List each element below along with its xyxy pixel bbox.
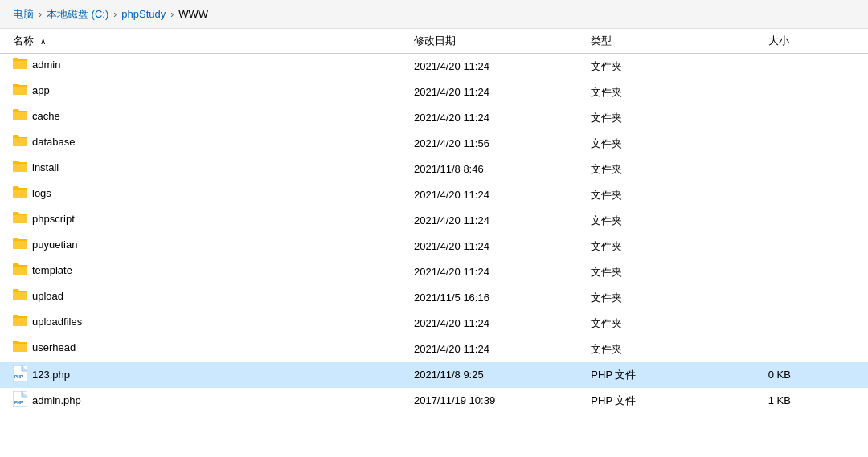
folder-icon <box>13 134 27 149</box>
sep-2: › <box>113 9 117 20</box>
file-size <box>762 80 868 105</box>
folder-icon <box>13 57 27 72</box>
file-size <box>762 182 868 208</box>
file-date: 2017/11/19 10:39 <box>407 388 584 414</box>
breadcrumb-cdrive[interactable]: 本地磁盘 (C:) <box>47 7 108 22</box>
file-date: 2021/4/20 11:24 <box>407 54 584 80</box>
col-header-name[interactable]: 名称 ∧ <box>0 29 407 54</box>
file-size <box>762 337 868 362</box>
file-name-cell: admin <box>0 54 370 75</box>
file-name-cell: database <box>0 131 370 153</box>
file-type: PHP 文件 <box>584 362 761 388</box>
file-name-cell: install <box>0 157 370 178</box>
table-row[interactable]: admin2021/4/20 11:24文件夹 <box>0 54 868 80</box>
sep-3: › <box>170 9 174 20</box>
file-name-label: template <box>32 264 72 276</box>
breadcrumb-www: WWW <box>178 8 208 20</box>
file-name-cell: logs <box>0 182 370 204</box>
file-name-cell: uploadfiles <box>0 311 370 333</box>
file-name-label: install <box>32 161 59 173</box>
folder-icon <box>13 211 27 226</box>
folder-icon <box>13 288 27 304</box>
file-type: PHP 文件 <box>584 388 761 414</box>
file-date: 2021/4/20 11:24 <box>407 311 584 337</box>
table-header-row: 名称 ∧ 修改日期 类型 大小 <box>0 29 868 54</box>
file-type: 文件夹 <box>584 234 761 259</box>
file-size <box>762 285 868 311</box>
file-name-label: logs <box>32 187 51 199</box>
file-name-label: uploadfiles <box>32 316 82 328</box>
breadcrumb-phpstudy[interactable]: phpStudy <box>121 8 166 20</box>
file-type: 文件夹 <box>584 259 761 285</box>
svg-text:PHP: PHP <box>14 400 23 405</box>
breadcrumb: 电脑 › 本地磁盘 (C:) › phpStudy › WWW <box>0 0 868 29</box>
table-row[interactable]: upload2021/11/5 16:16文件夹 <box>0 285 868 311</box>
file-date: 2021/4/20 11:24 <box>407 182 584 208</box>
file-name-cell: cache <box>0 105 370 127</box>
table-row[interactable]: database2021/4/20 11:56文件夹 <box>0 131 868 157</box>
file-name-label: phpscript <box>32 213 75 225</box>
php-file-icon: PHP <box>13 391 27 410</box>
file-type: 文件夹 <box>584 182 761 208</box>
breadcrumb-computer[interactable]: 电脑 <box>13 7 34 22</box>
file-type: 文件夹 <box>584 311 761 337</box>
file-size: 0 KB <box>762 362 868 388</box>
folder-icon <box>13 237 27 252</box>
file-date: 2021/11/8 9:25 <box>407 362 584 388</box>
col-header-size[interactable]: 大小 <box>762 29 868 54</box>
file-name-cell: PHP admin.php <box>0 388 370 413</box>
file-size <box>762 54 868 80</box>
file-name-cell: template <box>0 259 370 281</box>
file-type: 文件夹 <box>584 208 761 234</box>
file-type: 文件夹 <box>584 54 761 80</box>
col-header-date[interactable]: 修改日期 <box>407 29 584 54</box>
table-row[interactable]: uploadfiles2021/4/20 11:24文件夹 <box>0 311 868 337</box>
file-type: 文件夹 <box>584 131 761 157</box>
table-row[interactable]: cache2021/4/20 11:24文件夹 <box>0 105 868 131</box>
file-name-cell: PHP 123.php <box>0 362 370 387</box>
svg-rect-6 <box>13 391 27 407</box>
folder-icon <box>13 108 27 124</box>
sep-1: › <box>39 9 42 20</box>
file-size <box>762 157 868 182</box>
file-name-cell: app <box>0 80 370 101</box>
file-name-label: cache <box>32 110 60 122</box>
file-size: 1 KB <box>762 388 868 414</box>
table-row[interactable]: phpscript2021/4/20 11:24文件夹 <box>0 208 868 234</box>
file-type: 文件夹 <box>584 105 761 131</box>
file-size <box>762 234 868 259</box>
file-size <box>762 259 868 285</box>
file-type: 文件夹 <box>584 337 761 362</box>
file-date: 2021/11/5 16:16 <box>407 285 584 311</box>
file-list-container: 名称 ∧ 修改日期 类型 大小 admin2021/4/20 11:24文件夹 … <box>0 29 868 457</box>
file-name-label: admin.php <box>32 394 81 406</box>
table-row[interactable]: logs2021/4/20 11:24文件夹 <box>0 182 868 208</box>
table-row[interactable]: puyuetian2021/4/20 11:24文件夹 <box>0 234 868 259</box>
file-name-label: 123.php <box>32 369 70 381</box>
file-name-label: upload <box>32 290 63 302</box>
file-date: 2021/4/20 11:24 <box>407 80 584 105</box>
file-name-cell: userhead <box>0 337 370 358</box>
file-name-label: database <box>32 136 76 148</box>
svg-rect-0 <box>13 365 27 382</box>
table-row[interactable]: install2021/11/8 8:46文件夹 <box>0 157 868 182</box>
svg-text:PHP: PHP <box>14 374 23 379</box>
folder-icon <box>13 314 27 329</box>
table-row[interactable]: PHP 123.php2021/11/8 9:25PHP 文件0 KB <box>0 362 868 388</box>
php-file-icon: PHP <box>13 365 27 384</box>
folder-icon <box>13 186 27 201</box>
file-type: 文件夹 <box>584 80 761 105</box>
table-row[interactable]: PHP admin.php2017/11/19 10:39PHP 文件1 KB <box>0 388 868 414</box>
file-size <box>762 131 868 157</box>
table-row[interactable]: template2021/4/20 11:24文件夹 <box>0 259 868 285</box>
file-name-cell: puyuetian <box>0 234 370 255</box>
file-date: 2021/4/20 11:56 <box>407 131 584 157</box>
file-size <box>762 105 868 131</box>
col-header-type[interactable]: 类型 <box>584 29 761 54</box>
file-name-cell: upload <box>0 285 370 307</box>
folder-icon <box>13 83 27 98</box>
folder-icon <box>13 263 27 278</box>
file-date: 2021/4/20 11:24 <box>407 105 584 131</box>
table-row[interactable]: userhead2021/4/20 11:24文件夹 <box>0 337 868 362</box>
table-row[interactable]: app2021/4/20 11:24文件夹 <box>0 80 868 105</box>
